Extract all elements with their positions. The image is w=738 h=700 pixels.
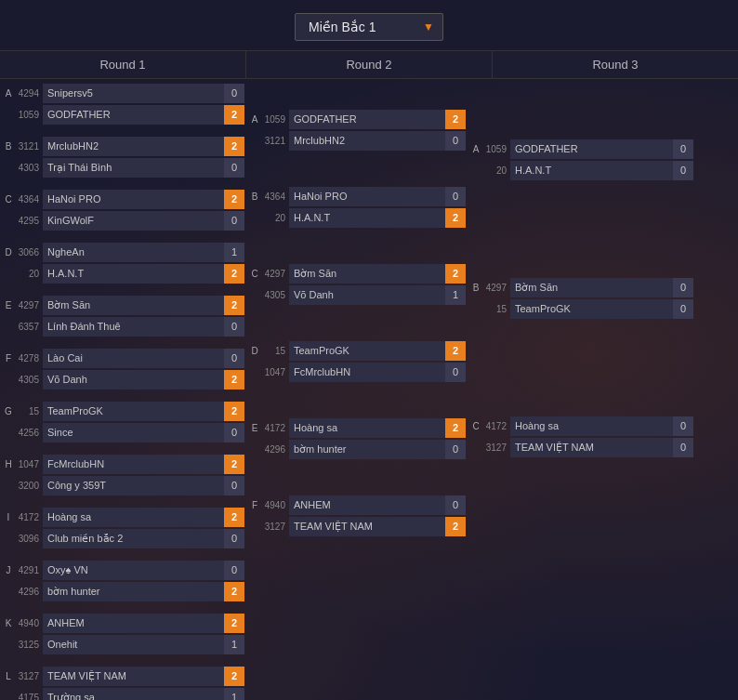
r3-match-C: C 4172 Hoàng sa 0 3127 TEAM VIỆT NAM 0 [469, 416, 693, 458]
bracket-letter-G: G [2, 406, 15, 416]
r1-match-L: L 3127 TEAM VIỆT NAM 2 4175 Trường sa 1 [2, 666, 244, 701]
seed: 6357 [15, 322, 43, 332]
round1-column: A 4294 Snipersv5 0 1059 GODFATHER 2 B 31… [0, 81, 246, 700]
seed: 4305 [15, 375, 43, 385]
score: 2 [445, 418, 466, 438]
score: 0 [673, 438, 693, 457]
table-row: 4256 Since 0 [2, 423, 244, 442]
seed: 4297 [15, 300, 43, 310]
team-name: Võ Danh [289, 285, 445, 305]
team-name: Snipersv5 [43, 84, 224, 103]
table-row: L 3127 TEAM VIỆT NAM 2 [2, 667, 244, 686]
table-row: D 3066 NgheAn 1 [2, 243, 244, 262]
table-row: J 4291 Oxy♠ VN 0 [2, 561, 244, 580]
score: 2 [445, 341, 466, 361]
table-row: 4295 KinGWolF 0 [2, 211, 244, 231]
r1-match-G: G 15 TeamProGK 2 4256 Since 0 [2, 401, 244, 443]
team-name: TeamProGK [43, 402, 224, 421]
r1-match-F: F 4278 Lào Cai 0 4305 Võ Danh 2 [2, 348, 244, 390]
score: 2 [224, 508, 244, 527]
score: 2 [445, 208, 466, 228]
team-name: H.A.N.T [43, 264, 224, 284]
score: 0 [445, 131, 466, 151]
table-row: A 1059 GODFATHER 2 [248, 110, 466, 129]
rounds-header: Round 1 Round 2 Round 3 [0, 50, 738, 79]
seed: 3127 [482, 442, 510, 453]
seed: 4940 [261, 500, 289, 510]
team-name: Bờm Săn [289, 264, 445, 284]
seed: 15 [261, 346, 289, 356]
team-name: GODFATHER [43, 105, 224, 125]
score: 2 [224, 614, 244, 633]
r3-match-B: B 4297 Bờm Săn 0 15 TeamProGK 0 [469, 277, 693, 320]
team-name: TEAM VIỆT NAM [289, 517, 445, 536]
table-row: C 4297 Bờm Săn 2 [248, 264, 466, 284]
table-row: 3096 Club miền bắc 2 0 [2, 529, 244, 548]
seed: 4291 [15, 565, 43, 575]
team-name: Hoàng sa [289, 418, 445, 438]
bracket-letter-F: F [248, 500, 261, 510]
bracket-letter-K: K [2, 618, 15, 628]
team-name: KinGWolF [43, 211, 224, 231]
seed: 4296 [261, 444, 289, 455]
bracket-letter-A: A [248, 114, 261, 125]
header: Miền Bắc 1 Miền Bắc 2 Miền Nam 1 ▼ [0, 0, 738, 50]
team-name: bờm hunter [289, 440, 445, 459]
r1-match-H: H 1047 FcMrclubHN 2 3200 Công y 359T 0 [2, 454, 244, 496]
team-name: Hoàng sa [43, 508, 224, 527]
team-name: Oxy♠ VN [43, 561, 224, 580]
seed: 1047 [261, 367, 289, 377]
bracket-letter-C: C [2, 194, 15, 205]
r3-match-A: A 1059 GODFATHER 0 20 H.A.N.T 0 [469, 139, 693, 181]
r1-match-J: J 4291 Oxy♠ VN 0 4296 bờm hunter 2 [2, 560, 244, 602]
seed: 4172 [261, 423, 289, 433]
bracket-letter-B: B [2, 141, 15, 152]
score: 1 [224, 688, 244, 701]
seed: 3121 [15, 141, 43, 152]
bracket-letter-A: A [469, 144, 482, 154]
bracket-letter-E: E [248, 423, 261, 433]
score: 0 [224, 423, 244, 442]
seed: 20 [15, 269, 43, 279]
table-row: 20 H.A.N.T 0 [469, 161, 693, 180]
seed: 4294 [15, 88, 43, 99]
score: 2 [224, 190, 244, 209]
seed: 3066 [15, 247, 43, 258]
table-row: 3125 Onehit 1 [2, 635, 244, 654]
bracket-letter-J: J [2, 565, 15, 575]
round3-header: Round 3 [493, 51, 738, 78]
score: 2 [224, 667, 244, 686]
bracket-letter-A: A [2, 88, 15, 99]
bracket-letter-F: F [2, 353, 15, 363]
team-name: FcMrclubHN [43, 455, 224, 474]
table-row: 20 H.A.N.T 2 [248, 208, 466, 228]
table-row: 4303 Trại Thái Bình 0 [2, 158, 244, 178]
score: 2 [224, 402, 244, 421]
team-name: TEAM VIỆT NAM [510, 438, 673, 457]
table-row: 4175 Trường sa 1 [2, 688, 244, 701]
table-row: 6357 Lính Đánh Thuê 0 [2, 317, 244, 337]
team-name: HaNoi PRO [43, 190, 224, 209]
seed: 4295 [15, 216, 43, 226]
table-row: 3200 Công y 359T 0 [2, 476, 244, 495]
round3-column: A 1059 GODFATHER 0 20 H.A.N.T 0 B 4297 [468, 81, 695, 700]
seed: 4297 [482, 283, 510, 293]
team-name: H.A.N.T [510, 161, 673, 180]
score: 0 [224, 349, 244, 368]
seed: 20 [482, 165, 510, 176]
seed: 3125 [15, 640, 43, 650]
team-name: NgheAn [43, 243, 224, 262]
dropdown-container: Miền Bắc 1 Miền Bắc 2 Miền Nam 1 ▼ [295, 13, 443, 41]
bracket-letter-D: D [248, 346, 261, 356]
score: 0 [445, 363, 466, 382]
table-row: B 4297 Bờm Săn 0 [469, 278, 693, 297]
team-name: TeamProGK [289, 341, 445, 361]
team-name: Lào Cai [43, 349, 224, 368]
seed: 1059 [15, 110, 43, 120]
team-name: ANHEM [43, 614, 224, 633]
score: 2 [445, 517, 466, 536]
region-select[interactable]: Miền Bắc 1 Miền Bắc 2 Miền Nam 1 [295, 13, 443, 41]
team-name: MrclubHN2 [43, 137, 224, 156]
table-row: G 15 TeamProGK 2 [2, 402, 244, 421]
score: 0 [673, 299, 693, 319]
